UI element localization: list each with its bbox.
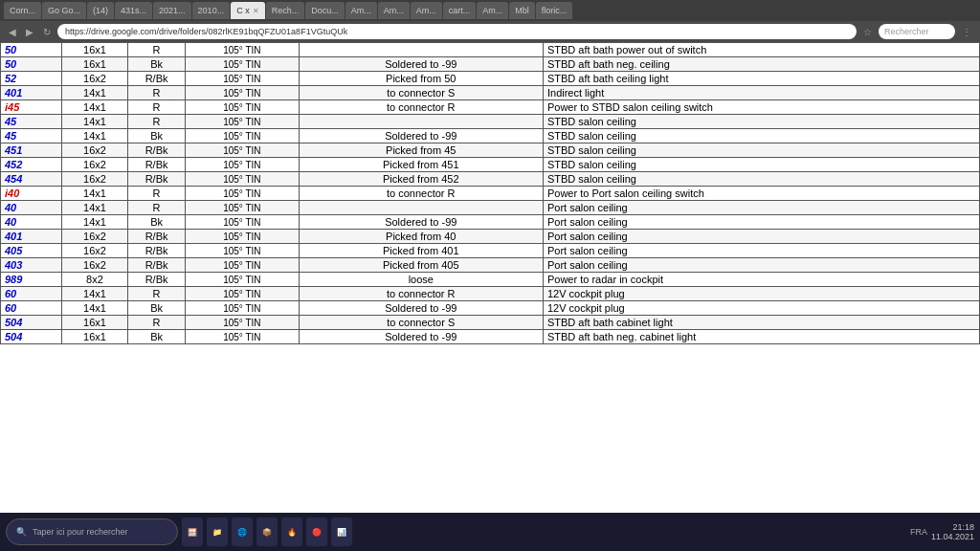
cell-size: 14x1 [61, 187, 127, 201]
cell-color: Bk [128, 57, 186, 72]
cell-size: 16x2 [61, 72, 127, 86]
taskbar-btn-1[interactable]: 🪟 [182, 518, 203, 546]
cell-number: 403 [1, 258, 62, 273]
clock-date: 11.04.2021 [931, 532, 974, 541]
taskbar-search[interactable]: 🔍 Taper ici pour rechercher [6, 518, 178, 545]
tab-14[interactable]: (14) [87, 2, 114, 19]
close-icon[interactable]: ✕ [253, 7, 259, 15]
table-row: 451 16x2 R/Bk 105° TIN Picked from 45 ST… [1, 143, 980, 158]
menu-icon[interactable]: ⋮ [959, 26, 974, 38]
cell-number: 50 [1, 43, 62, 57]
cell-spec: 105° TIN [186, 215, 300, 230]
cell-color: R/Bk [128, 72, 186, 86]
table-row: 403 16x2 R/Bk 105° TIN Picked from 405 P… [1, 258, 980, 273]
cell-desc: STBD salon ceiling [543, 143, 979, 158]
tab-cart[interactable]: cart... [443, 2, 477, 19]
cell-from: Soldered to -99 [299, 57, 543, 72]
cell-from: to connector S [299, 86, 543, 100]
table-row: 401 16x2 R/Bk 105° TIN Picked from 40 Po… [1, 230, 980, 244]
cell-number: i45 [1, 100, 62, 115]
cell-from [299, 201, 543, 215]
tab-label: Am... [384, 6, 404, 15]
cell-color: R/Bk [128, 158, 186, 172]
tab-2021[interactable]: 2021... [153, 2, 191, 19]
cell-desc: STBD salon ceiling [543, 158, 979, 172]
tab-2010[interactable]: 2010... [192, 2, 231, 19]
cell-number: 45 [1, 129, 62, 143]
tab-am2[interactable]: Am... [378, 2, 410, 19]
tab-label: 2010... [198, 6, 225, 15]
bookmark-icon[interactable]: ☆ [860, 26, 875, 38]
cell-size: 14x1 [61, 215, 127, 230]
tab-active[interactable]: C x✕ [231, 2, 265, 19]
main-content: 50 16x1 R 105° TIN STBD aft bath power o… [0, 42, 980, 513]
tab-label: Corn... [10, 6, 35, 15]
cell-number: 60 [1, 287, 62, 301]
cell-desc: STBD aft bath power out of switch [543, 43, 979, 57]
tab-am3[interactable]: Am... [411, 2, 442, 19]
browser-search[interactable]: Rechercher [879, 24, 955, 39]
tab-rech[interactable]: Rech... [266, 2, 305, 19]
forward-button[interactable]: ▶ [23, 26, 36, 38]
taskbar-btn-5[interactable]: 🔥 [281, 518, 302, 546]
taskbar-btn-6[interactable]: 🔴 [306, 518, 327, 546]
cell-color: R/Bk [128, 143, 186, 158]
cell-spec: 105° TIN [186, 57, 300, 72]
taskbar-btn-3[interactable]: 🌐 [232, 518, 253, 546]
taskbar-btn-2[interactable]: 📁 [207, 518, 228, 546]
cell-from: Soldered to -99 [299, 301, 543, 316]
taskbar-clock: 21:18 11.04.2021 [931, 522, 974, 541]
cell-spec: 105° TIN [186, 86, 300, 100]
taskbar-btn-4[interactable]: 📦 [256, 518, 278, 546]
cell-color: Bk [128, 129, 186, 143]
cell-number: 452 [1, 158, 62, 172]
search-placeholder: Rechercher [884, 27, 929, 36]
cell-desc: STBD salon ceiling [543, 115, 979, 129]
cell-desc: Indirect light [543, 86, 979, 100]
cell-spec: 105° TIN [186, 330, 300, 344]
data-table: 50 16x1 R 105° TIN STBD aft bath power o… [0, 42, 980, 344]
cell-color: R [128, 187, 186, 201]
tab-goog[interactable]: Go Go... [42, 2, 86, 19]
tab-mbl[interactable]: Mbl [509, 2, 535, 19]
cell-spec: 105° TIN [186, 100, 300, 115]
cell-desc: STBD salon ceiling [543, 172, 979, 187]
cell-size: 16x1 [61, 330, 127, 344]
cell-desc: Port salon ceiling [543, 201, 979, 215]
taskbar-btn-7[interactable]: 📊 [331, 518, 352, 546]
cell-number: 989 [1, 273, 62, 287]
tab-am1[interactable]: Am... [345, 2, 377, 19]
cell-size: 14x1 [61, 115, 127, 129]
cell-spec: 105° TIN [186, 273, 300, 287]
cell-spec: 105° TIN [186, 115, 300, 129]
cell-size: 16x2 [61, 244, 127, 258]
refresh-button[interactable]: ↻ [40, 26, 54, 38]
cell-number: i40 [1, 187, 62, 201]
cell-from: Picked from 50 [299, 72, 543, 86]
cell-from [299, 43, 543, 57]
cell-from: to connector R [299, 100, 543, 115]
tab-corn[interactable]: Corn... [4, 2, 41, 19]
cell-spec: 105° TIN [186, 201, 300, 215]
back-button[interactable]: ◀ [6, 26, 19, 38]
tab-am4[interactable]: Am... [477, 2, 508, 19]
tab-label: Mbl [515, 6, 529, 15]
table-row: 40 14x1 Bk 105° TIN Soldered to -99 Port… [1, 215, 980, 230]
tab-list: Corn... Go Go... (14) 431s... 2021... 20… [4, 2, 976, 19]
cell-number: 60 [1, 301, 62, 316]
table-row: 454 16x2 R/Bk 105° TIN Picked from 452 S… [1, 172, 980, 187]
address-bar[interactable]: https://drive.google.com/drive/folders/0… [57, 24, 857, 39]
cell-from: Picked from 40 [299, 230, 543, 244]
tab-label: floric... [542, 6, 568, 15]
cell-size: 16x1 [61, 43, 127, 57]
table-row: 504 16x1 Bk 105° TIN Soldered to -99 STB… [1, 330, 980, 344]
cell-size: 14x1 [61, 287, 127, 301]
cell-color: R/Bk [128, 244, 186, 258]
cell-number: 401 [1, 230, 62, 244]
cell-size: 8x2 [61, 273, 127, 287]
tab-docu[interactable]: Docu... [305, 2, 345, 19]
cell-number: 504 [1, 330, 62, 344]
tab-431[interactable]: 431s... [115, 2, 152, 19]
tab-floric[interactable]: floric... [536, 2, 573, 19]
table-row: 504 16x1 R 105° TIN to connector S STBD … [1, 316, 980, 330]
